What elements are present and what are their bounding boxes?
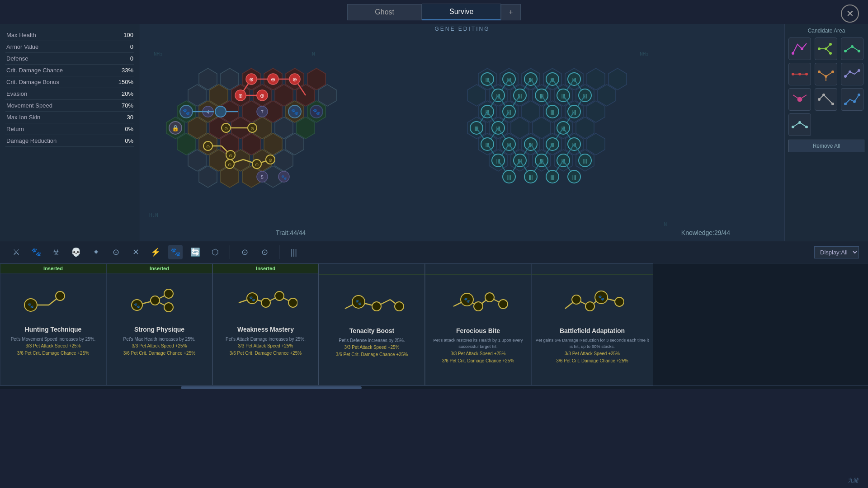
- toolbar-icon-2[interactable]: 🐾: [29, 245, 43, 259]
- candidate-item-7[interactable]: [788, 88, 811, 111]
- svg-text:🐾: 🐾: [249, 296, 255, 302]
- svg-point-271: [858, 94, 860, 96]
- toolbar-icon-bars[interactable]: |||: [287, 245, 301, 259]
- card-badge-6: [532, 264, 653, 275]
- card-desc-2: Pet's Max Health increases by 25%.: [120, 336, 199, 343]
- svg-marker-37: [275, 150, 293, 171]
- card-weakness-mastery[interactable]: Inserted 🐾 Weakness Mastery Pet's Attack…: [212, 263, 319, 385]
- card-ferocious-bite[interactable]: 🐾 Ferocious Bite Pet's attack restores i…: [425, 263, 531, 385]
- stat-ion-skin: Max Ion Skin 30: [5, 112, 134, 123]
- svg-text:🐾: 🐾: [291, 108, 299, 116]
- svg-point-294: [261, 298, 270, 307]
- svg-point-285: [151, 296, 160, 305]
- candidate-item-8[interactable]: [815, 88, 837, 111]
- card-desc-6: Pet gains 6% Damage Reduction for 3 seco…: [532, 337, 653, 350]
- svg-point-313: [499, 300, 508, 309]
- tab-ghost[interactable]: Ghost: [347, 4, 422, 20]
- svg-marker-25: [275, 117, 293, 139]
- toolbar-icon-11[interactable]: ⊙: [237, 245, 252, 259]
- candidate-item-3[interactable]: [841, 38, 863, 60]
- svg-point-247: [844, 50, 847, 52]
- svg-marker-21: [188, 117, 206, 139]
- candidate-item-4[interactable]: [788, 63, 811, 85]
- svg-marker-32: [286, 133, 304, 155]
- toolbar-icon-10[interactable]: ⬡: [208, 245, 222, 259]
- candidate-grid: [788, 38, 864, 136]
- toolbar-icon-6[interactable]: ⊙: [108, 245, 123, 259]
- tab-survive[interactable]: Survive: [422, 4, 501, 20]
- tab-add[interactable]: +: [501, 4, 520, 20]
- svg-text:|||: |||: [507, 174, 511, 180]
- toolbar-icon-5[interactable]: ✦: [89, 245, 103, 259]
- stat-evasion: Evasion 20%: [5, 88, 134, 100]
- candidate-item-9[interactable]: [841, 88, 863, 111]
- stat-crit-bonus: Crit. Damage Bonus 150%: [5, 76, 134, 88]
- svg-marker-6: [188, 84, 206, 106]
- svg-marker-10: [275, 84, 293, 106]
- card-bonus-6: 3/3 Pet Attack Speed +25% 3/6 Pet Crit. …: [556, 350, 628, 365]
- svg-point-319: [585, 302, 594, 311]
- card-bonus-3: 3/3 Pet Attack Speed +25% 3/6 Pet Crit. …: [230, 343, 302, 357]
- stat-crit-chance: Crit. Damage Chance 33%: [5, 65, 134, 76]
- candidate-item-2[interactable]: [815, 38, 837, 60]
- toolbar-icon-1[interactable]: ⚔: [9, 245, 24, 259]
- stat-movement: Movement Speed 70%: [5, 100, 134, 112]
- svg-marker-26: [297, 117, 315, 139]
- card-desc-5: Pet's attack restores its Health by 1 up…: [425, 337, 531, 350]
- horizontal-scrollbar[interactable]: [0, 385, 868, 389]
- close-button[interactable]: ✕: [841, 5, 859, 23]
- knowledge-label: Knowledge:29/44: [681, 229, 730, 236]
- toolbar-icon-paw[interactable]: 🐾: [168, 245, 183, 259]
- toolbar-icon-9[interactable]: 🔄: [188, 245, 203, 259]
- toolbar-icon-12[interactable]: ⊙: [257, 245, 272, 259]
- card-name-1: Hunting Technique: [25, 326, 82, 333]
- candidate-item-1[interactable]: [788, 38, 811, 60]
- card-desc-4: Pet's Defense increases by 25%.: [335, 337, 408, 344]
- remove-all-button[interactable]: Remove All: [788, 140, 864, 152]
- cards-area: Inserted 🐾 Hunting Technique Pet's Movem…: [0, 263, 868, 385]
- card-hunting-technique[interactable]: Inserted 🐾 Hunting Technique Pet's Movem…: [0, 263, 106, 385]
- svg-text:⊕: ⊕: [260, 93, 264, 99]
- card-icon-2: 🐾: [128, 278, 191, 323]
- svg-text:|||: |||: [551, 109, 555, 115]
- svg-text:🐾: 🐾: [28, 302, 34, 309]
- card-badge-2: Inserted: [107, 264, 212, 273]
- toolbar-icon-7[interactable]: ✕: [128, 245, 143, 259]
- svg-point-257: [818, 70, 821, 73]
- svg-point-248: [851, 45, 854, 48]
- candidate-item-5[interactable]: [815, 63, 837, 85]
- svg-point-253: [805, 73, 808, 75]
- card-battlefield-adaptation[interactable]: 🐾 Battlefield Adaptation Pet gains 6% Da…: [531, 263, 653, 385]
- card-tenacity-boost[interactable]: 🐾 Tenacity Boost Pet's Defense increases…: [319, 263, 425, 385]
- svg-point-303: [372, 302, 381, 311]
- toolbar-separator-2: [279, 245, 279, 259]
- svg-marker-104: [609, 68, 627, 90]
- toolbar-icon-8[interactable]: ⚡: [148, 245, 163, 259]
- svg-point-270: [853, 100, 856, 103]
- svg-point-279: [56, 291, 65, 300]
- toolbar-icon-4[interactable]: 💀: [69, 245, 83, 259]
- svg-marker-12: [318, 84, 336, 106]
- candidate-item-10[interactable]: [788, 113, 811, 136]
- card-icon-4: 🐾: [340, 279, 404, 324]
- stat-return: Return 0%: [5, 123, 134, 135]
- trait-hex-grid: ⊕ ⊕ ⊕ ⊕ ⊕ 4 🐾: [154, 56, 470, 223]
- trait-label: Trait:44/44: [276, 229, 306, 236]
- card-bonus-5: 3/3 Pet Attack Speed +25% 3/6 Pet Crit. …: [442, 350, 514, 365]
- display-select[interactable]: Display:All: [814, 246, 859, 258]
- svg-text:|||: |||: [529, 174, 533, 180]
- candidate-item-6[interactable]: [841, 63, 863, 85]
- svg-text:⊙: ⊙: [255, 162, 259, 167]
- card-strong-physique[interactable]: Inserted 🐾 Strong Physique Pet's Max Hea…: [106, 263, 212, 385]
- svg-marker-38: [199, 166, 217, 188]
- card-name-2: Strong Physique: [134, 326, 184, 333]
- svg-text:⊙: ⊙: [224, 126, 228, 131]
- toolbar-icon-3[interactable]: ☣: [49, 245, 63, 259]
- card-desc-1: Pet's Movement Speed increases by 25%.: [7, 336, 99, 343]
- svg-point-296: [288, 298, 297, 307]
- svg-point-262: [858, 69, 860, 72]
- watermark: 九游: [848, 477, 859, 484]
- svg-point-304: [395, 302, 404, 311]
- svg-point-272: [792, 126, 794, 128]
- svg-point-266: [818, 98, 821, 101]
